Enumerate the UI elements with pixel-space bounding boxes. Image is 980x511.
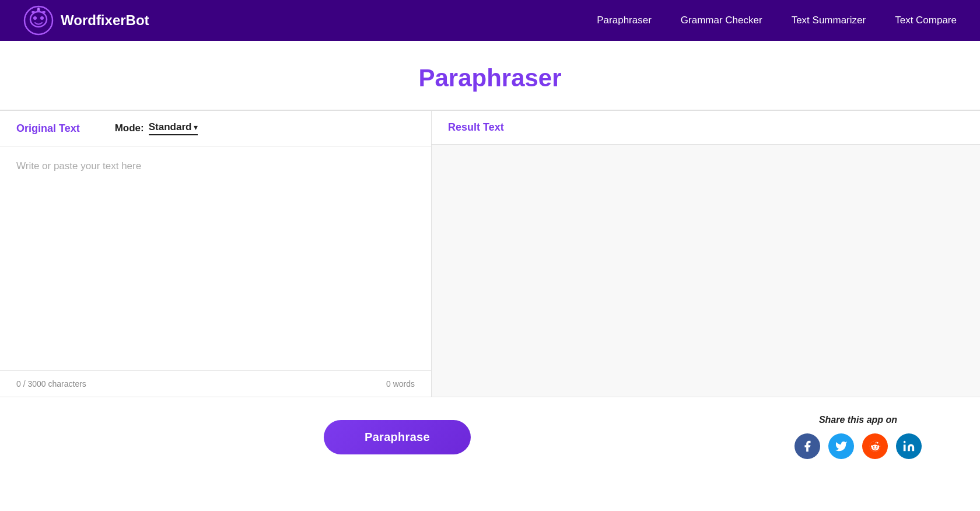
- mode-value: Standard: [149, 121, 192, 133]
- nav-paraphraser[interactable]: Paraphraser: [597, 15, 652, 26]
- nav-text-summarizer[interactable]: Text Summarizer: [792, 15, 866, 26]
- svg-point-3: [40, 16, 44, 20]
- linkedin-icon: [902, 440, 915, 453]
- main-nav: Paraphraser Grammar Checker Text Summari…: [597, 15, 957, 26]
- original-text-input[interactable]: [16, 158, 415, 356]
- twitter-icon: [835, 440, 848, 453]
- logo-icon: [23, 5, 54, 36]
- facebook-share-button[interactable]: [794, 433, 820, 459]
- main-content: Paraphraser Original Text Mode: Standard…: [0, 41, 980, 511]
- page-title: Paraphraser: [0, 64, 980, 92]
- svg-rect-5: [42, 11, 46, 13]
- mode-dropdown[interactable]: Standard ▾: [149, 121, 198, 135]
- svg-point-7: [37, 8, 40, 10]
- bottom-row: Paraphrase Share this app on: [0, 397, 980, 477]
- left-panel-footer: 0 / 3000 characters 0 words: [0, 370, 431, 397]
- paraphrase-button[interactable]: Paraphrase: [324, 420, 471, 454]
- share-icons: [794, 433, 922, 459]
- word-count: 0 words: [386, 379, 415, 388]
- linkedin-share-button[interactable]: [896, 433, 922, 459]
- site-header: WordfixerBot Paraphraser Grammar Checker…: [0, 0, 980, 41]
- tool-area: Original Text Mode: Standard ▾ 0 / 3000 …: [0, 110, 980, 477]
- logo-text: WordfixerBot: [61, 12, 149, 29]
- logo-area: WordfixerBot: [23, 5, 149, 36]
- right-panel: Result Text: [432, 111, 980, 397]
- panels-row: Original Text Mode: Standard ▾ 0 / 3000 …: [0, 110, 980, 397]
- paraphrase-btn-wrap: Paraphrase: [0, 420, 794, 454]
- original-text-label: Original Text: [16, 123, 80, 135]
- left-panel: Original Text Mode: Standard ▾ 0 / 3000 …: [0, 111, 432, 397]
- reddit-icon: [869, 440, 881, 453]
- twitter-share-button[interactable]: [828, 433, 854, 459]
- text-input-area: [0, 146, 431, 370]
- nav-grammar-checker[interactable]: Grammar Checker: [681, 15, 762, 26]
- char-count: 0 / 3000 characters: [16, 379, 86, 388]
- share-label: Share this app on: [819, 415, 897, 425]
- nav-text-compare[interactable]: Text Compare: [895, 15, 957, 26]
- svg-rect-4: [32, 11, 35, 13]
- right-panel-header: Result Text: [432, 111, 980, 145]
- left-panel-header: Original Text Mode: Standard ▾: [0, 111, 431, 146]
- facebook-icon: [801, 440, 814, 453]
- svg-point-9: [904, 441, 906, 443]
- chevron-down-icon: ▾: [194, 123, 198, 132]
- page-title-section: Paraphraser: [0, 41, 980, 110]
- svg-point-2: [33, 16, 37, 20]
- result-content: [432, 145, 980, 397]
- result-text-label: Result Text: [448, 121, 504, 133]
- reddit-share-button[interactable]: [862, 433, 888, 459]
- share-section: Share this app on: [794, 415, 922, 459]
- mode-selector: Mode: Standard ▾: [115, 121, 198, 135]
- mode-label: Mode:: [115, 123, 144, 134]
